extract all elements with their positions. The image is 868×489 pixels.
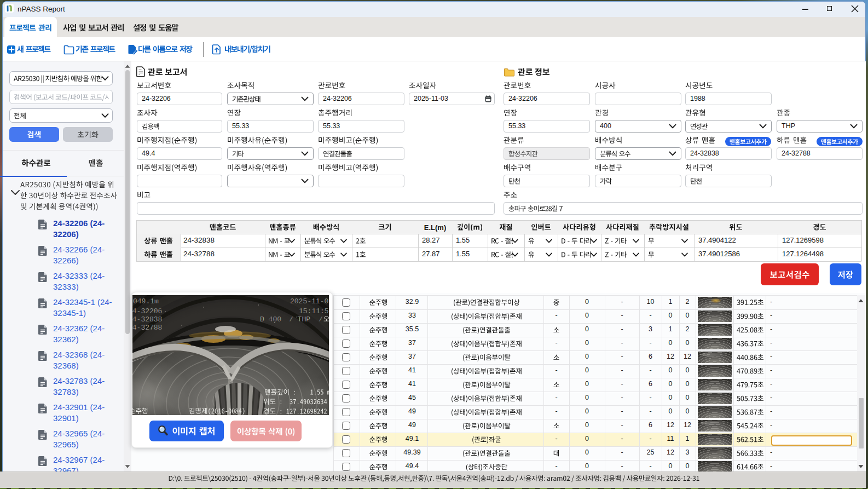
- svg-text:24-32206: 24-32206: [132, 307, 162, 315]
- svg-text:15:11:5: 15:11:5: [299, 307, 329, 315]
- svg-text:24-32838: 24-32838: [132, 315, 162, 324]
- svg-text:049.1m: 049.1m: [133, 297, 159, 306]
- svg-text:/ THP: / THP: [289, 315, 310, 324]
- svg-text:24-32788: 24-32788: [132, 324, 162, 332]
- svg-text:D 400: D 400: [260, 315, 281, 324]
- svg-text:/: /: [319, 315, 323, 324]
- svg-text:2025-11-0: 2025-11-0: [290, 297, 328, 306]
